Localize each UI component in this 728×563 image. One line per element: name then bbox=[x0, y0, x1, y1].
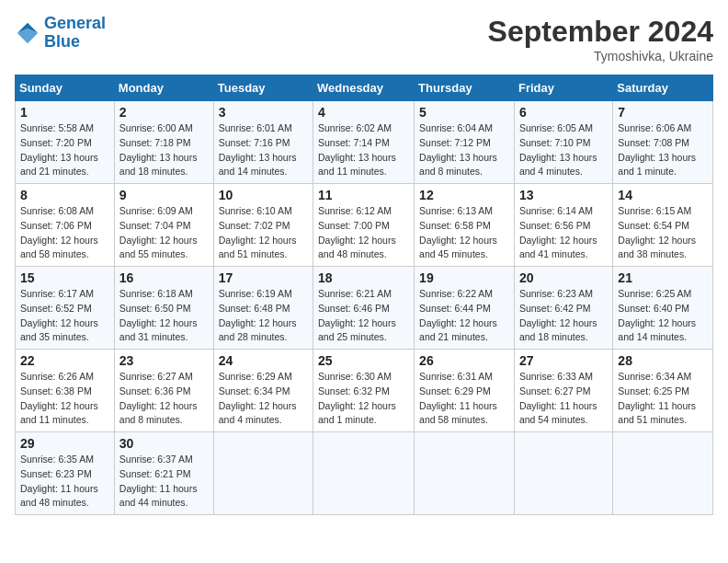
table-row: 17Sunrise: 6:19 AM Sunset: 6:48 PM Dayli… bbox=[213, 267, 313, 350]
table-row: 9Sunrise: 6:09 AM Sunset: 7:04 PM Daylig… bbox=[114, 184, 213, 267]
day-number: 2 bbox=[119, 105, 209, 120]
table-row: 11Sunrise: 6:12 AM Sunset: 7:00 PM Dayli… bbox=[313, 184, 415, 267]
location: Tymoshivka, Ukraine bbox=[488, 49, 713, 63]
day-info: Sunrise: 6:23 AM Sunset: 6:42 PM Dayligh… bbox=[519, 287, 608, 345]
col-wednesday: Wednesday bbox=[313, 75, 415, 101]
logo: General Blue bbox=[15, 15, 106, 52]
day-info: Sunrise: 6:21 AM Sunset: 6:46 PM Dayligh… bbox=[318, 287, 409, 345]
calendar-header-row: Sunday Monday Tuesday Wednesday Thursday… bbox=[16, 75, 713, 101]
table-row: 1Sunrise: 5:58 AM Sunset: 7:20 PM Daylig… bbox=[16, 101, 115, 184]
day-number: 21 bbox=[618, 270, 708, 285]
day-info: Sunrise: 6:27 AM Sunset: 6:36 PM Dayligh… bbox=[119, 370, 209, 428]
empty-cell bbox=[313, 432, 415, 515]
page-header: General Blue September 2024 Tymoshivka, … bbox=[15, 15, 713, 63]
day-info: Sunrise: 6:35 AM Sunset: 6:23 PM Dayligh… bbox=[20, 453, 109, 511]
empty-cell bbox=[514, 432, 612, 515]
day-number: 8 bbox=[20, 188, 109, 202]
empty-cell bbox=[415, 432, 515, 515]
day-number: 4 bbox=[318, 105, 409, 120]
table-row: 27Sunrise: 6:33 AM Sunset: 6:27 PM Dayli… bbox=[514, 350, 612, 432]
day-number: 15 bbox=[20, 270, 109, 285]
logo-icon bbox=[15, 20, 40, 46]
day-info: Sunrise: 5:58 AM Sunset: 7:20 PM Dayligh… bbox=[20, 121, 109, 179]
day-number: 23 bbox=[119, 353, 209, 368]
calendar-week-row: 8Sunrise: 6:08 AM Sunset: 7:06 PM Daylig… bbox=[16, 184, 713, 267]
calendar-week-row: 29Sunrise: 6:35 AM Sunset: 6:23 PM Dayli… bbox=[16, 432, 713, 515]
day-number: 26 bbox=[419, 353, 509, 368]
day-number: 6 bbox=[519, 105, 608, 120]
day-number: 14 bbox=[618, 188, 708, 202]
table-row: 29Sunrise: 6:35 AM Sunset: 6:23 PM Dayli… bbox=[16, 432, 115, 515]
table-row: 13Sunrise: 6:14 AM Sunset: 6:56 PM Dayli… bbox=[514, 184, 612, 267]
day-number: 10 bbox=[219, 188, 308, 202]
day-number: 12 bbox=[419, 188, 509, 202]
day-number: 16 bbox=[119, 270, 209, 285]
day-info: Sunrise: 6:26 AM Sunset: 6:38 PM Dayligh… bbox=[20, 370, 109, 428]
day-info: Sunrise: 6:30 AM Sunset: 6:32 PM Dayligh… bbox=[318, 370, 409, 428]
table-row: 30Sunrise: 6:37 AM Sunset: 6:21 PM Dayli… bbox=[114, 432, 213, 515]
day-info: Sunrise: 6:06 AM Sunset: 7:08 PM Dayligh… bbox=[618, 121, 708, 179]
day-number: 27 bbox=[519, 353, 608, 368]
table-row: 6Sunrise: 6:05 AM Sunset: 7:10 PM Daylig… bbox=[514, 101, 612, 184]
day-info: Sunrise: 6:34 AM Sunset: 6:25 PM Dayligh… bbox=[618, 370, 708, 428]
table-row: 14Sunrise: 6:15 AM Sunset: 6:54 PM Dayli… bbox=[613, 184, 713, 267]
day-info: Sunrise: 6:01 AM Sunset: 7:16 PM Dayligh… bbox=[219, 121, 308, 179]
title-block: September 2024 Tymoshivka, Ukraine bbox=[488, 15, 713, 63]
table-row: 23Sunrise: 6:27 AM Sunset: 6:36 PM Dayli… bbox=[114, 350, 213, 432]
table-row: 28Sunrise: 6:34 AM Sunset: 6:25 PM Dayli… bbox=[613, 350, 713, 432]
day-number: 28 bbox=[618, 353, 708, 368]
day-info: Sunrise: 6:31 AM Sunset: 6:29 PM Dayligh… bbox=[419, 370, 509, 428]
calendar-week-row: 1Sunrise: 5:58 AM Sunset: 7:20 PM Daylig… bbox=[16, 101, 713, 184]
day-info: Sunrise: 6:19 AM Sunset: 6:48 PM Dayligh… bbox=[219, 287, 308, 345]
day-number: 30 bbox=[119, 436, 209, 451]
month-title: September 2024 bbox=[488, 15, 713, 49]
table-row: 16Sunrise: 6:18 AM Sunset: 6:50 PM Dayli… bbox=[114, 267, 213, 350]
day-number: 5 bbox=[419, 105, 509, 120]
day-number: 3 bbox=[219, 105, 308, 120]
day-info: Sunrise: 6:22 AM Sunset: 6:44 PM Dayligh… bbox=[419, 287, 509, 345]
table-row: 5Sunrise: 6:04 AM Sunset: 7:12 PM Daylig… bbox=[415, 101, 515, 184]
day-info: Sunrise: 6:33 AM Sunset: 6:27 PM Dayligh… bbox=[519, 370, 608, 428]
col-friday: Friday bbox=[514, 75, 612, 101]
table-row: 3Sunrise: 6:01 AM Sunset: 7:16 PM Daylig… bbox=[213, 101, 313, 184]
logo-line1: General bbox=[44, 14, 106, 32]
table-row: 21Sunrise: 6:25 AM Sunset: 6:40 PM Dayli… bbox=[613, 267, 713, 350]
day-info: Sunrise: 6:05 AM Sunset: 7:10 PM Dayligh… bbox=[519, 121, 608, 179]
empty-cell bbox=[613, 432, 713, 515]
day-info: Sunrise: 6:10 AM Sunset: 7:02 PM Dayligh… bbox=[219, 204, 308, 262]
day-number: 29 bbox=[20, 436, 109, 451]
day-number: 17 bbox=[219, 270, 308, 285]
day-info: Sunrise: 6:09 AM Sunset: 7:04 PM Dayligh… bbox=[119, 204, 209, 262]
table-row: 25Sunrise: 6:30 AM Sunset: 6:32 PM Dayli… bbox=[313, 350, 415, 432]
empty-cell bbox=[213, 432, 313, 515]
logo-line2: Blue bbox=[44, 32, 80, 51]
day-info: Sunrise: 6:17 AM Sunset: 6:52 PM Dayligh… bbox=[20, 287, 109, 345]
calendar-table: Sunday Monday Tuesday Wednesday Thursday… bbox=[15, 75, 713, 515]
day-info: Sunrise: 6:25 AM Sunset: 6:40 PM Dayligh… bbox=[618, 287, 708, 345]
table-row: 12Sunrise: 6:13 AM Sunset: 6:58 PM Dayli… bbox=[415, 184, 515, 267]
calendar-week-row: 15Sunrise: 6:17 AM Sunset: 6:52 PM Dayli… bbox=[16, 267, 713, 350]
day-info: Sunrise: 6:12 AM Sunset: 7:00 PM Dayligh… bbox=[318, 204, 409, 262]
day-number: 7 bbox=[618, 105, 708, 120]
table-row: 2Sunrise: 6:00 AM Sunset: 7:18 PM Daylig… bbox=[114, 101, 213, 184]
table-row: 22Sunrise: 6:26 AM Sunset: 6:38 PM Dayli… bbox=[16, 350, 115, 432]
day-number: 13 bbox=[519, 188, 608, 202]
day-info: Sunrise: 6:13 AM Sunset: 6:58 PM Dayligh… bbox=[419, 204, 509, 262]
day-info: Sunrise: 6:37 AM Sunset: 6:21 PM Dayligh… bbox=[119, 453, 209, 511]
day-number: 1 bbox=[20, 105, 109, 120]
table-row: 8Sunrise: 6:08 AM Sunset: 7:06 PM Daylig… bbox=[16, 184, 115, 267]
day-info: Sunrise: 6:29 AM Sunset: 6:34 PM Dayligh… bbox=[219, 370, 308, 428]
col-saturday: Saturday bbox=[613, 75, 713, 101]
table-row: 10Sunrise: 6:10 AM Sunset: 7:02 PM Dayli… bbox=[213, 184, 313, 267]
day-number: 19 bbox=[419, 270, 509, 285]
table-row: 4Sunrise: 6:02 AM Sunset: 7:14 PM Daylig… bbox=[313, 101, 415, 184]
day-info: Sunrise: 6:02 AM Sunset: 7:14 PM Dayligh… bbox=[318, 121, 409, 179]
col-monday: Monday bbox=[114, 75, 213, 101]
day-number: 24 bbox=[219, 353, 308, 368]
col-tuesday: Tuesday bbox=[213, 75, 313, 101]
day-info: Sunrise: 6:00 AM Sunset: 7:18 PM Dayligh… bbox=[119, 121, 209, 179]
table-row: 24Sunrise: 6:29 AM Sunset: 6:34 PM Dayli… bbox=[213, 350, 313, 432]
day-info: Sunrise: 6:08 AM Sunset: 7:06 PM Dayligh… bbox=[20, 204, 109, 262]
day-info: Sunrise: 6:04 AM Sunset: 7:12 PM Dayligh… bbox=[419, 121, 509, 179]
day-number: 9 bbox=[119, 188, 209, 202]
